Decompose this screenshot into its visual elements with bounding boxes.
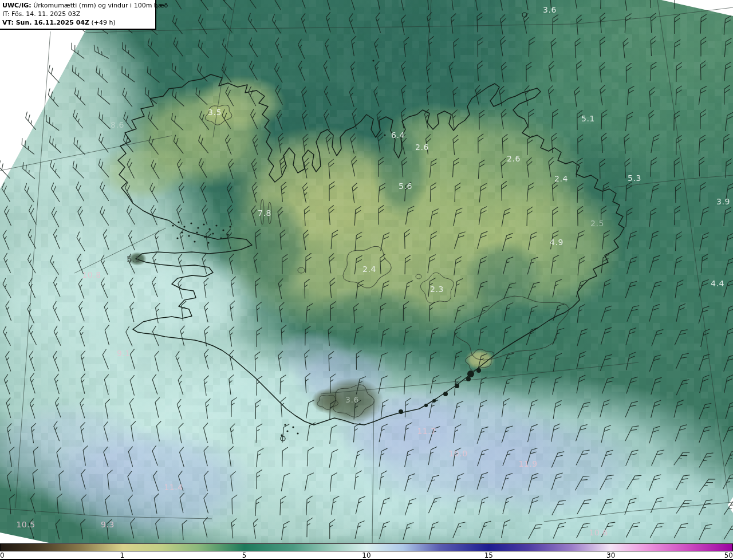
precip-value-label: 2.6: [507, 154, 521, 163]
colorbar-tick-label: 1: [120, 551, 125, 559]
precip-value-label: 10.5: [16, 520, 35, 529]
precip-value-label: 3.6: [543, 5, 557, 14]
precip-value-label: 2.6: [415, 143, 429, 152]
colorbar-tick-label: 15: [484, 551, 493, 559]
precip-value-label: 11.4: [164, 483, 183, 492]
colorbar-tick-label: 10: [362, 551, 371, 559]
precip-value-label: 5.6: [399, 182, 412, 191]
precip-label-layer: 3.63.58.65.16.42.62.62.45.35.63.97.82.54…: [0, 0, 733, 544]
title-line-init-time: IT: Fös. 14. 11. 2025 03Z: [2, 10, 153, 18]
precip-value-label: 5.1: [127, 254, 140, 263]
precip-value-label: 5.1: [581, 114, 595, 123]
precip-value-label: 9.1: [117, 349, 131, 358]
precip-value-label: 3.9: [716, 197, 730, 206]
colorbar-tick-row: 01510153050: [0, 551, 733, 559]
colorbar-tick-label: 5: [242, 551, 247, 559]
precip-value-label: 10.0: [448, 449, 467, 458]
title-box: UWC/IG: Úrkomumætti (mm) og vindur i 100…: [0, 0, 156, 30]
colorbar-tick-label: 0: [0, 551, 5, 559]
model-id: UWC/IG:: [2, 2, 31, 9]
title-line-valid-time: VT: Sun. 16.11.2025 04Z (+49 h): [2, 18, 153, 27]
precip-value-label: 2.4: [554, 174, 568, 183]
precip-value-label: 3.5: [208, 108, 222, 117]
precip-value-label: 4.4: [711, 279, 724, 288]
precip-value-label: 4.9: [550, 238, 563, 247]
colorbar-tick-label: 50: [724, 551, 733, 559]
precip-value-label: 5.3: [628, 173, 641, 183]
precip-value-label: 6.4: [391, 131, 405, 140]
precip-value-label: 8.6: [111, 120, 124, 129]
precip-value-label: 9.3: [101, 520, 115, 529]
colorbar: 01510153050: [0, 543, 733, 559]
weather-map-figure: 3.63.58.65.16.42.62.62.45.35.63.97.82.54…: [0, 0, 733, 560]
precip-value-label: 2.3: [430, 285, 444, 294]
precip-value-label: 11.9: [518, 459, 537, 468]
colorbar-tick-label: 30: [606, 551, 615, 559]
precip-value-label: 10.6: [589, 528, 608, 537]
precip-value-label: 3.6: [345, 395, 359, 404]
precip-value-label: 2.5: [590, 219, 604, 228]
precip-value-label: 11.7: [417, 427, 436, 436]
precip-value-label: 7.8: [258, 208, 271, 218]
precip-value-label: 10.8: [82, 270, 101, 279]
colorbar-gradient: [0, 543, 733, 551]
title-line-model: UWC/IG: Úrkomumætti (mm) og vindur i 100…: [2, 1, 153, 10]
precip-value-label: 2.4: [362, 265, 376, 274]
